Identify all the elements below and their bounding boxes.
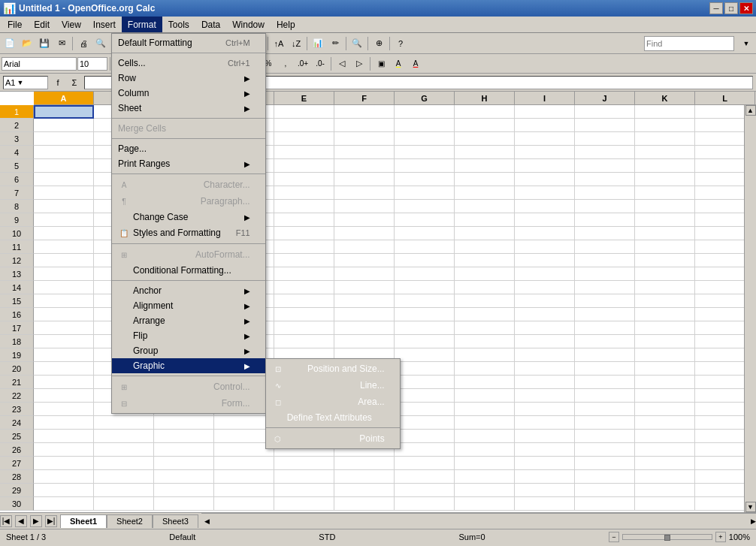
row-num-15[interactable]: 15 — [0, 294, 34, 308]
cell-B29[interactable] — [94, 484, 154, 497]
hscroll-left[interactable]: ◀ — [204, 517, 210, 525]
cell-K25[interactable] — [635, 430, 695, 443]
maximize-button[interactable]: □ — [724, 2, 738, 14]
cell-H1[interactable] — [455, 105, 515, 119]
cell-K1[interactable] — [635, 105, 695, 119]
cell-I26[interactable] — [515, 443, 575, 457]
cell-G13[interactable] — [395, 267, 455, 281]
menu-window[interactable]: Window — [226, 17, 271, 32]
cell-E27[interactable] — [274, 457, 334, 470]
decrease-decimal-button[interactable]: .0- — [312, 56, 328, 72]
cell-G8[interactable] — [395, 200, 455, 213]
cell-G7[interactable] — [395, 186, 455, 200]
cell-K18[interactable] — [635, 335, 695, 348]
cell-I11[interactable] — [515, 240, 575, 254]
cell-K7[interactable] — [635, 186, 695, 200]
cell-B25[interactable] — [94, 430, 154, 443]
cell-I21[interactable] — [515, 376, 575, 389]
zoom-slider[interactable] — [622, 534, 712, 540]
sum-button[interactable]: Σ — [68, 74, 81, 91]
row-num-11[interactable]: 11 — [0, 240, 34, 254]
cell-L9[interactable] — [695, 213, 744, 227]
col-header-L[interactable]: L — [695, 92, 755, 105]
cell-L3[interactable] — [695, 132, 744, 146]
cell-K23[interactable] — [635, 403, 695, 416]
cell-A24[interactable] — [34, 416, 94, 430]
cell-C27[interactable] — [154, 457, 214, 470]
cell-I28[interactable] — [515, 470, 575, 484]
cell-A7[interactable] — [34, 186, 94, 200]
cell-K28[interactable] — [635, 470, 695, 484]
cell-G30[interactable] — [395, 497, 455, 511]
cell-L7[interactable] — [695, 186, 744, 200]
cell-J12[interactable] — [575, 254, 635, 267]
menu-tools[interactable]: Tools — [162, 17, 195, 32]
cell-E13[interactable] — [274, 267, 334, 281]
cell-J21[interactable] — [575, 376, 635, 389]
cell-G19[interactable] — [395, 348, 455, 362]
print-preview-button[interactable]: 🔍 — [92, 35, 109, 52]
cell-H2[interactable] — [455, 119, 515, 132]
cell-L5[interactable] — [695, 159, 744, 173]
cell-G23[interactable] — [395, 403, 455, 416]
cell-H13[interactable] — [455, 267, 515, 281]
cell-J28[interactable] — [575, 470, 635, 484]
cell-G15[interactable] — [395, 294, 455, 308]
format-arrange[interactable]: Arrange ▶ — [112, 313, 265, 328]
cell-F27[interactable] — [334, 457, 395, 470]
cell-G18[interactable] — [395, 335, 455, 348]
cell-G9[interactable] — [395, 213, 455, 227]
cell-H17[interactable] — [455, 321, 515, 335]
cell-D30[interactable] — [214, 497, 274, 511]
format-default-formatting[interactable]: Default Formatting Ctrl+M — [112, 35, 265, 50]
cell-L30[interactable] — [695, 497, 744, 511]
cell-J10[interactable] — [575, 227, 635, 240]
zoom-thumb[interactable] — [664, 535, 670, 541]
cell-reference-box[interactable]: A1 ▼ — [3, 76, 48, 89]
cell-E28[interactable] — [274, 470, 334, 484]
cell-L22[interactable] — [695, 389, 744, 403]
cell-G17[interactable] — [395, 321, 455, 335]
cell-J16[interactable] — [575, 308, 635, 321]
bg-color-button[interactable]: A — [390, 56, 407, 72]
row-num-5[interactable]: 5 — [0, 159, 34, 173]
cell-E17[interactable] — [274, 321, 334, 335]
cell-H20[interactable] — [455, 362, 515, 376]
cell-F30[interactable] — [334, 497, 395, 511]
indent-inc-button[interactable]: ▷ — [351, 56, 367, 72]
cell-B26[interactable] — [94, 443, 154, 457]
format-page[interactable]: Page... — [112, 141, 265, 156]
cell-B27[interactable] — [94, 457, 154, 470]
cell-H30[interactable] — [455, 497, 515, 511]
menu-file[interactable]: File — [2, 17, 28, 32]
cell-A9[interactable] — [34, 213, 94, 227]
cell-A2[interactable] — [34, 119, 94, 132]
cell-E30[interactable] — [274, 497, 334, 511]
cell-K5[interactable] — [635, 159, 695, 173]
cell-H19[interactable] — [455, 348, 515, 362]
cell-I6[interactable] — [515, 173, 575, 186]
format-group[interactable]: Group ▶ — [112, 343, 265, 358]
cell-A17[interactable] — [34, 321, 94, 335]
cell-A13[interactable] — [34, 267, 94, 281]
row-num-9[interactable]: 9 — [0, 213, 34, 227]
cell-K10[interactable] — [635, 227, 695, 240]
cell-A29[interactable] — [34, 484, 94, 497]
title-bar-controls[interactable]: ─ □ ✕ — [709, 2, 753, 14]
cell-L29[interactable] — [695, 484, 744, 497]
cell-F11[interactable] — [334, 240, 395, 254]
cell-A6[interactable] — [34, 173, 94, 186]
cell-J1[interactable] — [575, 105, 635, 119]
cell-L14[interactable] — [695, 281, 744, 294]
cell-L4[interactable] — [695, 146, 744, 159]
cell-J19[interactable] — [575, 348, 635, 362]
cell-E5[interactable] — [274, 159, 334, 173]
cell-J22[interactable] — [575, 389, 635, 403]
cell-A11[interactable] — [34, 240, 94, 254]
cell-A3[interactable] — [34, 132, 94, 146]
cell-G26[interactable] — [395, 443, 455, 457]
cell-H23[interactable] — [455, 403, 515, 416]
row-num-10[interactable]: 10 — [0, 227, 34, 240]
cell-G1[interactable] — [395, 105, 455, 119]
cell-E11[interactable] — [274, 240, 334, 254]
